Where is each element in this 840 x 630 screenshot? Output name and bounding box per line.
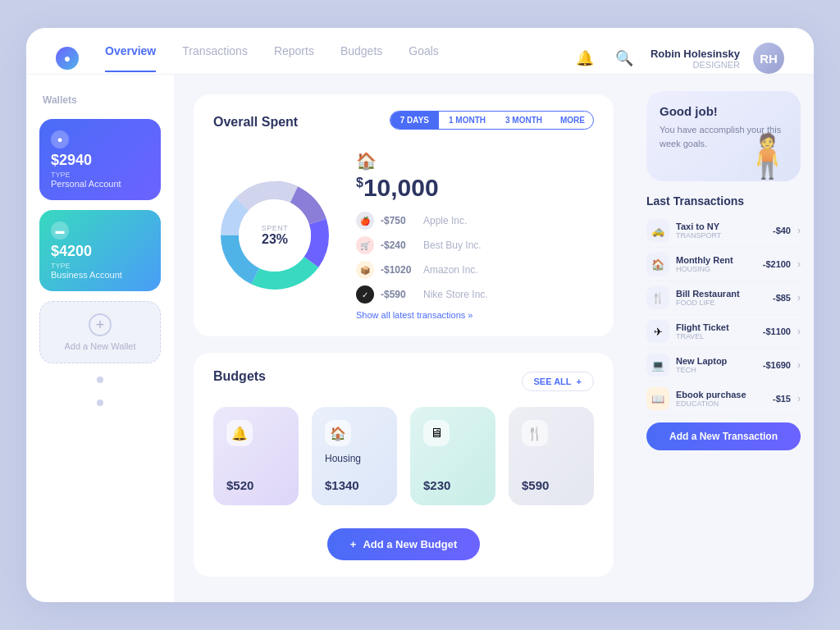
user-info: Robin Holesinsky DESIGNER xyxy=(651,48,740,70)
donut-center: SPENT 23% xyxy=(262,224,289,247)
sidebar: Wallets ● $2940 TYPE Personal Account ▬ … xyxy=(26,75,174,602)
last-tx-item-4[interactable]: 💻 New Laptop TECH -$1690 › xyxy=(646,349,801,382)
tx-icon-nike: ✓ xyxy=(356,285,374,304)
budget-icon-3: 🍴 xyxy=(522,420,548,446)
last-tx-info-5: Ebook purchase EDUCATION xyxy=(676,390,766,408)
add-transaction-button[interactable]: Add a New Transaction xyxy=(646,422,801,450)
add-budget-button[interactable]: + Add a New Budget xyxy=(327,528,480,560)
last-tx-title: Last Transactions xyxy=(646,194,801,208)
logo: ● xyxy=(56,47,79,70)
budget-amount-0: $520 xyxy=(226,478,285,492)
last-tx-item-0[interactable]: 🚕 Taxi to NY TRANSPORT -$40 › xyxy=(646,214,801,248)
add-wallet-label: Add a New Wallet xyxy=(64,341,135,351)
wallet-business[interactable]: ▬ $4200 TYPE Business Account xyxy=(39,210,161,291)
budgets-section: Budgets SEE ALL + 🔔 $520 🏠 Housing $1340 xyxy=(194,353,614,577)
tx-name-2: Amazon Inc. xyxy=(423,264,478,276)
overall-spent-section: Overall Spent 7 DAYS 1 MONTH 3 MONTH MOR… xyxy=(194,94,614,336)
last-tx-icon-5: 📖 xyxy=(646,387,669,410)
wallet-business-type-name: Business Account xyxy=(51,270,149,280)
nav-overview[interactable]: Overview xyxy=(105,44,156,72)
header-right: 🔔 🔍 Robin Holesinsky DESIGNER RH xyxy=(572,43,784,74)
budget-card-3: 🍴 $590 xyxy=(509,407,594,505)
last-tx-icon-3: ✈ xyxy=(646,320,669,343)
chevron-right-icon: › xyxy=(797,258,801,270)
last-tx-item-3[interactable]: ✈ Flight Ticket TRAVEL -$1100 › xyxy=(646,315,801,349)
spent-left: Overall Spent 7 DAYS 1 MONTH 3 MONTH MOR… xyxy=(213,111,594,320)
add-wallet-card[interactable]: + Add a New Wallet xyxy=(39,301,161,363)
budgets-title: Budgets xyxy=(213,369,266,384)
user-name: Robin Holesinsky xyxy=(651,48,740,60)
budget-amount-3: $590 xyxy=(522,478,581,492)
nav-budgets[interactable]: Budgets xyxy=(340,44,382,72)
tx-name-0: Apple Inc. xyxy=(423,215,467,226)
budget-icon-2: 🖥 xyxy=(423,420,450,446)
goodjob-title: Good job! xyxy=(660,104,788,118)
filter-more[interactable]: MORE xyxy=(552,112,593,129)
last-tx-item-1[interactable]: 🏠 Monthly Rent HOUSING -$2100 › xyxy=(646,248,801,281)
wallet-personal-type-name: Personal Account xyxy=(51,179,149,189)
wallet-personal-type-label: TYPE xyxy=(51,171,149,179)
notification-icon[interactable]: 🔔 xyxy=(572,45,598,71)
goodjob-card: Good job! You have accomplish your this … xyxy=(646,91,801,181)
currency-symbol: $ xyxy=(356,176,363,189)
app-container: ● Overview Transactions Reports Budgets … xyxy=(26,28,814,602)
filter-7days[interactable]: 7 DAYS xyxy=(390,112,439,129)
user-role: DESIGNER xyxy=(651,60,740,70)
tx-icon-apple: 🍎 xyxy=(356,212,374,230)
filter-3month[interactable]: 3 MONTH xyxy=(495,112,552,129)
budget-icon-0: 🔔 xyxy=(226,420,253,446)
content-area: Overall Spent 7 DAYS 1 MONTH 3 MONTH MOR… xyxy=(174,75,633,602)
last-tx-icon-1: 🏠 xyxy=(646,253,669,276)
budget-card-0: 🔔 $520 xyxy=(213,407,299,505)
see-all-button[interactable]: SEE ALL + xyxy=(522,372,594,391)
budget-amount-1: $1340 xyxy=(325,478,384,492)
spent-chart-area: SPENT 23% 🏠 $10,000 🍎 xyxy=(213,151,594,320)
nav-reports[interactable]: Reports xyxy=(274,44,314,72)
see-all-plus-icon: + xyxy=(577,377,582,386)
tx-name-3: Nike Store Inc. xyxy=(423,289,488,300)
chevron-right-icon: › xyxy=(797,225,801,236)
header: ● Overview Transactions Reports Budgets … xyxy=(26,28,814,75)
chevron-right-icon: › xyxy=(797,393,801,404)
last-tx-item-5[interactable]: 📖 Ebook purchase EDUCATION -$15 › xyxy=(646,382,801,416)
filter-1month[interactable]: 1 MONTH xyxy=(439,112,495,129)
budget-card-1: 🏠 Housing $1340 xyxy=(312,407,397,505)
budgets-header: Budgets SEE ALL + xyxy=(213,369,594,394)
main-nav: ● Overview Transactions Reports Budgets … xyxy=(56,44,439,72)
tx-item-1: 🛒 -$240 Best Buy Inc. xyxy=(356,236,594,254)
budget-amount-2: $230 xyxy=(423,478,482,492)
spent-title: Overall Spent xyxy=(213,115,298,130)
last-tx-item-2[interactable]: 🍴 Bill Restaurant FOOD LIFE -$85 › xyxy=(646,281,801,315)
spent-total: $10,000 xyxy=(356,174,594,202)
nav-transactions[interactable]: Transactions xyxy=(182,44,248,72)
tx-icon-amazon: 📦 xyxy=(356,261,374,279)
last-tx-icon-2: 🍴 xyxy=(646,286,669,309)
chevron-right-icon: › xyxy=(797,292,801,304)
nav-goals[interactable]: Goals xyxy=(409,44,439,72)
tx-amount-0: -$750 xyxy=(381,215,417,226)
spent-detail: 🏠 $10,000 🍎 -$750 Apple Inc. 🛒 xyxy=(356,151,594,320)
wallet-business-type-label: TYPE xyxy=(51,262,149,270)
right-panel: Good job! You have accomplish your this … xyxy=(633,75,814,602)
tx-icon-bestbuy: 🛒 xyxy=(356,236,374,254)
search-icon[interactable]: 🔍 xyxy=(611,45,637,71)
sidebar-wallets-title: Wallets xyxy=(39,94,161,106)
goodjob-figure: 🧍 xyxy=(741,131,794,181)
tx-amount-3: -$590 xyxy=(381,289,417,300)
wallet-personal-amount: $2940 xyxy=(51,152,149,169)
spent-total-icon: 🏠 xyxy=(356,151,594,171)
budget-name-1: Housing xyxy=(325,453,384,464)
budget-card-2: 🖥 $230 xyxy=(410,407,495,505)
tx-amount-1: -$240 xyxy=(381,240,417,251)
tx-name-1: Best Buy Inc. xyxy=(423,240,482,251)
avatar[interactable]: RH xyxy=(753,43,784,74)
wallet-business-amount: $4200 xyxy=(51,243,149,260)
show-all-link[interactable]: Show all latest transactions » xyxy=(356,310,594,320)
last-tx-info-2: Bill Restaurant FOOD LIFE xyxy=(676,289,766,307)
tx-item-2: 📦 -$1020 Amazon Inc. xyxy=(356,261,594,279)
donut-value: 23% xyxy=(262,232,289,247)
last-tx-info-0: Taxi to NY TRANSPORT xyxy=(676,221,766,240)
wallet-personal[interactable]: ● $2940 TYPE Personal Account xyxy=(39,119,161,200)
time-filters: 7 DAYS 1 MONTH 3 MONTH MORE xyxy=(390,111,594,130)
last-tx-info-4: New Laptop TECH xyxy=(676,356,756,374)
